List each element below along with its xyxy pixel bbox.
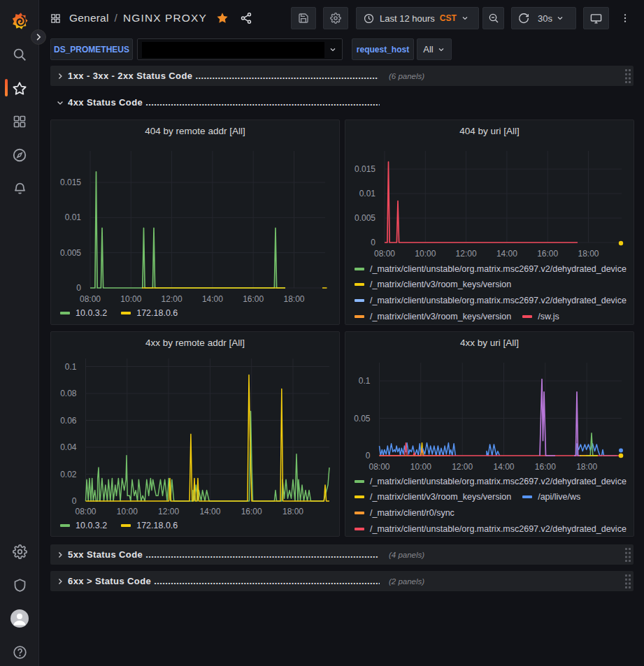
svg-text:16:00: 16:00 (535, 462, 556, 472)
svg-text:0.01: 0.01 (65, 212, 82, 222)
svg-text:14:00: 14:00 (493, 462, 514, 472)
svg-text:08:00: 08:00 (75, 507, 96, 516)
svg-text:10:00: 10:00 (415, 249, 436, 259)
svg-text:0.05: 0.05 (354, 414, 371, 424)
svg-text:16:00: 16:00 (537, 249, 558, 259)
svg-text:0.015: 0.015 (60, 178, 81, 187)
svg-text:14:00: 14:00 (496, 249, 517, 259)
svg-text:0.1: 0.1 (65, 362, 77, 372)
svg-text:0.005: 0.005 (60, 248, 81, 258)
svg-text:0.02: 0.02 (60, 470, 77, 479)
svg-text:14:00: 14:00 (199, 507, 220, 516)
svg-text:12:00: 12:00 (158, 507, 179, 516)
svg-text:16:00: 16:00 (243, 294, 264, 304)
svg-text:12:00: 12:00 (456, 249, 477, 259)
svg-text:08:00: 08:00 (368, 462, 389, 472)
svg-text:0: 0 (371, 238, 375, 247)
svg-text:14:00: 14:00 (202, 294, 223, 304)
svg-text:18:00: 18:00 (578, 249, 599, 259)
svg-text:10:00: 10:00 (117, 507, 138, 516)
svg-text:18:00: 18:00 (282, 507, 303, 516)
svg-text:0.005: 0.005 (355, 213, 375, 223)
svg-text:0.1: 0.1 (359, 376, 371, 386)
svg-text:0.06: 0.06 (60, 416, 77, 426)
svg-text:0.015: 0.015 (355, 164, 375, 174)
svg-text:18:00: 18:00 (576, 462, 597, 472)
svg-text:0: 0 (72, 496, 77, 506)
svg-text:0.01: 0.01 (359, 189, 376, 198)
svg-text:10:00: 10:00 (410, 462, 431, 472)
svg-text:18:00: 18:00 (283, 294, 304, 304)
svg-text:0: 0 (76, 283, 81, 293)
svg-text:0.08: 0.08 (60, 389, 77, 398)
svg-text:0: 0 (366, 451, 371, 461)
svg-text:08:00: 08:00 (374, 249, 395, 259)
svg-text:0.04: 0.04 (60, 442, 77, 452)
svg-text:12:00: 12:00 (452, 462, 473, 472)
svg-text:10:00: 10:00 (120, 294, 141, 304)
svg-text:08:00: 08:00 (80, 294, 101, 304)
svg-text:16:00: 16:00 (241, 507, 262, 516)
svg-text:12:00: 12:00 (162, 294, 183, 304)
